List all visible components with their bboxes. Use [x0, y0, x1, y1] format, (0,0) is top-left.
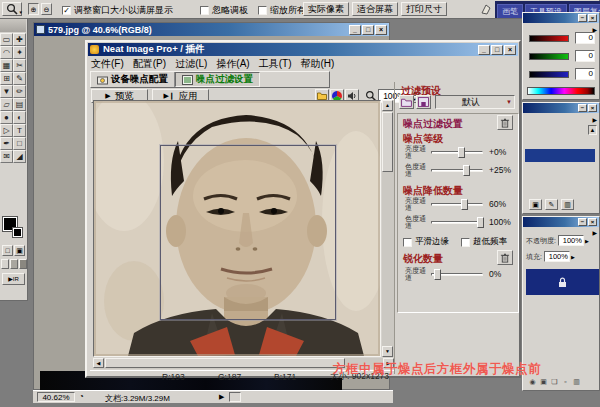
eraser-tool-icon[interactable]: ▱ — [0, 98, 13, 111]
new-group-icon[interactable]: ❏ — [549, 378, 560, 388]
status-menu-arrow-icon[interactable]: ▶ — [219, 393, 224, 401]
layers-palette-titlebar[interactable]: − × — [523, 217, 599, 227]
slider-handle[interactable] — [434, 269, 441, 280]
new-snapshot-icon[interactable]: ▣ — [529, 199, 542, 210]
menu-profile[interactable]: 配置(P) — [133, 57, 166, 71]
preview-area[interactable] — [93, 100, 381, 357]
red-value-field[interactable]: 0 — [575, 32, 595, 44]
eyedropper-tool-icon[interactable]: ◢ — [13, 150, 26, 163]
screen-mode-standard-button[interactable] — [1, 259, 9, 269]
blue-slider[interactable] — [529, 71, 569, 78]
zoom-tool-button[interactable]: ▾ — [2, 2, 22, 16]
plugin-titlebar[interactable]: Neat Image Pro+ / 插件 _ □ × — [88, 43, 518, 56]
palette-close-button[interactable]: × — [588, 104, 597, 112]
quickmask-mode-button[interactable]: ▣ — [14, 245, 25, 256]
chroma-reduction-slider[interactable] — [431, 216, 483, 229]
blur-tool-icon[interactable]: ● — [0, 111, 13, 124]
background-layer-row[interactable] — [526, 269, 599, 295]
document-restore-button[interactable]: □ — [362, 25, 374, 35]
ignore-palettes-checkbox[interactable]: 忽略调板 — [200, 4, 248, 17]
screen-mode-full-menubar-button[interactable] — [10, 259, 18, 269]
blue-value-field[interactable]: 0 — [575, 68, 595, 80]
palette-menu-icon[interactable]: ▶ — [592, 229, 597, 236]
new-layer-icon[interactable]: ▫ — [560, 378, 571, 388]
reset-settings-button[interactable] — [497, 115, 513, 130]
move-tool-icon[interactable]: ✚ — [13, 33, 26, 46]
menu-filter[interactable]: 过滤(L) — [175, 57, 207, 71]
preview-vscrollbar[interactable]: ▲ ▼ — [382, 100, 394, 357]
save-preset-button[interactable] — [416, 95, 431, 109]
actual-pixels-button[interactable]: 实际像素 — [303, 2, 349, 16]
print-size-button[interactable]: 打印尺寸 — [401, 2, 447, 16]
trash-icon[interactable]: ▥ — [561, 199, 574, 210]
dock-tab-brushes[interactable]: 画笔 — [497, 4, 523, 18]
brush-tool-icon[interactable]: ✎ — [13, 72, 26, 85]
color-ramp[interactable] — [527, 87, 595, 95]
color-palette-titlebar[interactable]: − × — [523, 13, 599, 23]
document-titlebar[interactable]: 579.jpg @ 40.6%(RGB/8) _ □ × — [34, 23, 389, 36]
rect-marquee-tool-icon[interactable]: ▭ — [0, 33, 13, 46]
magic-wand-tool-icon[interactable]: ✦ — [13, 46, 26, 59]
layer-style-icon[interactable]: ◉ — [527, 378, 538, 388]
delete-layer-icon[interactable]: ▥ — [571, 378, 582, 388]
menu-help[interactable]: 帮助(H) — [300, 57, 334, 71]
menu-actions[interactable]: 操作(A) — [216, 57, 249, 71]
slice-tool-icon[interactable]: ✂ — [13, 59, 26, 72]
tab-filter-settings[interactable]: 噪点过滤设置 — [175, 72, 260, 87]
vscroll-thumb[interactable] — [382, 112, 393, 172]
healing-brush-tool-icon[interactable]: ⊞ — [0, 72, 13, 85]
hscroll-thumb[interactable] — [105, 358, 345, 368]
gradient-tool-icon[interactable]: ▤ — [13, 98, 26, 111]
preset-dropdown[interactable]: 默认 ▼ — [435, 95, 515, 109]
slider-handle[interactable] — [458, 147, 465, 158]
scroll-down-icon[interactable]: ▼ — [382, 346, 393, 357]
opacity-arrow-icon[interactable]: ▶ — [585, 238, 589, 244]
smooth-edges-checkbox[interactable]: 平滑边缘 — [403, 236, 449, 248]
document-minimize-button[interactable]: _ — [349, 25, 361, 35]
plugin-close-button[interactable]: × — [504, 45, 516, 55]
lasso-tool-icon[interactable]: ◠ — [0, 46, 13, 59]
shape-tool-icon[interactable]: □ — [13, 137, 26, 150]
path-select-tool-icon[interactable]: ▷ — [0, 124, 13, 137]
palette-collapse-button[interactable]: − — [578, 14, 587, 22]
notes-tool-icon[interactable]: ✉ — [0, 150, 13, 163]
reset-sharpen-button[interactable] — [497, 250, 513, 265]
standard-mode-button[interactable]: □ — [2, 245, 13, 256]
chroma-level-slider[interactable] — [431, 164, 483, 177]
clone-stamp-tool-icon[interactable]: ▼ — [0, 85, 13, 98]
slider-handle[interactable] — [461, 199, 468, 210]
crop-tool-icon[interactable]: ▦ — [0, 59, 13, 72]
fit-screen-button[interactable]: 适合屏幕 — [352, 2, 398, 16]
history-selected-row[interactable] — [525, 149, 595, 162]
type-tool-icon[interactable]: T — [13, 124, 26, 137]
document-close-button[interactable]: × — [375, 25, 387, 35]
luma-reduction-slider[interactable] — [431, 198, 483, 211]
scroll-up-icon[interactable]: ▲ — [588, 125, 597, 135]
menu-tools[interactable]: 工具(T) — [259, 57, 292, 71]
fill-arrow-icon[interactable]: ▶ — [571, 254, 575, 260]
history-brush-tool-icon[interactable]: ✏ — [13, 85, 26, 98]
scroll-up-icon[interactable]: ▲ — [382, 100, 393, 111]
noise-preview-selection-box[interactable] — [160, 145, 336, 320]
plugin-restore-button[interactable]: □ — [491, 45, 503, 55]
resize-window-checkbox[interactable]: ✓ 调整窗口大小以满屏显示 — [62, 4, 173, 17]
plugin-minimize-button[interactable]: _ — [478, 45, 490, 55]
toolbox-header[interactable] — [0, 19, 26, 32]
dodge-tool-icon[interactable]: ◐ — [13, 111, 26, 124]
fill-field[interactable]: 100% — [544, 251, 570, 262]
green-value-field[interactable]: 0 — [575, 50, 595, 62]
pen-tool-icon[interactable]: ✒ — [0, 137, 13, 150]
background-color-swatch[interactable] — [13, 228, 22, 237]
green-slider[interactable] — [529, 53, 569, 60]
zoom-out-icon[interactable]: ⊖ — [41, 3, 52, 15]
red-slider[interactable] — [529, 35, 569, 42]
sharpen-slider[interactable] — [431, 268, 483, 281]
low-freq-checkbox[interactable]: 超低频率 — [461, 236, 507, 248]
zoom-in-icon[interactable]: ⊕ — [28, 3, 39, 15]
palette-collapse-button[interactable]: − — [578, 218, 587, 226]
load-preset-button[interactable] — [399, 95, 414, 109]
luma-level-slider[interactable] — [431, 146, 483, 159]
palette-menu-icon[interactable]: ▶ — [592, 116, 597, 123]
palette-collapse-button[interactable]: − — [578, 104, 587, 112]
scroll-left-icon[interactable]: ◀ — [93, 358, 104, 368]
